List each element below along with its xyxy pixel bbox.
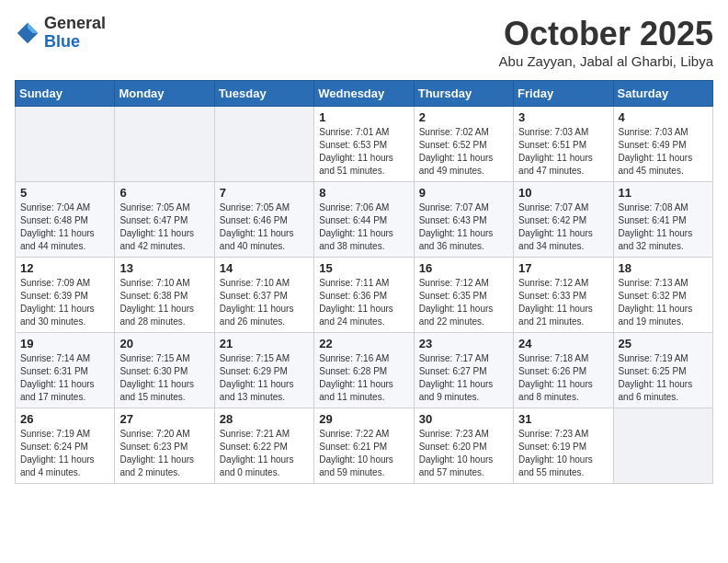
calendar-day-cell: 10Sunrise: 7:07 AM Sunset: 6:42 PM Dayli… [514, 182, 613, 258]
weekday-header-thursday: Thursday [414, 81, 513, 107]
calendar-day-cell: 3Sunrise: 7:03 AM Sunset: 6:51 PM Daylig… [514, 107, 613, 182]
calendar-day-cell: 4Sunrise: 7:03 AM Sunset: 6:49 PM Daylig… [613, 107, 712, 182]
calendar-day-cell: 22Sunrise: 7:16 AM Sunset: 6:28 PM Dayli… [314, 333, 414, 408]
calendar-day-cell: 19Sunrise: 7:14 AM Sunset: 6:31 PM Dayli… [16, 333, 115, 408]
day-number: 29 [319, 412, 408, 426]
logo-blue-text: Blue [44, 33, 106, 52]
month-title: October 2025 [499, 15, 713, 53]
day-number: 18 [619, 261, 708, 275]
calendar-week-row: 1Sunrise: 7:01 AM Sunset: 6:53 PM Daylig… [16, 107, 713, 182]
calendar-week-row: 26Sunrise: 7:19 AM Sunset: 6:24 PM Dayli… [16, 408, 713, 484]
day-number: 10 [518, 186, 608, 200]
day-number: 3 [518, 110, 608, 124]
day-info: Sunrise: 7:17 AM Sunset: 6:27 PM Dayligh… [419, 352, 508, 404]
calendar-day-cell: 16Sunrise: 7:12 AM Sunset: 6:35 PM Dayli… [414, 258, 513, 333]
calendar-day-cell: 17Sunrise: 7:12 AM Sunset: 6:33 PM Dayli… [514, 258, 613, 333]
location-title: Abu Zayyan, Jabal al Gharbi, Libya [499, 53, 713, 69]
calendar-day-cell: 30Sunrise: 7:23 AM Sunset: 6:20 PM Dayli… [414, 408, 513, 484]
day-info: Sunrise: 7:23 AM Sunset: 6:20 PM Dayligh… [419, 428, 508, 479]
calendar-week-row: 12Sunrise: 7:09 AM Sunset: 6:39 PM Dayli… [16, 258, 713, 333]
day-number: 25 [619, 337, 708, 350]
day-info: Sunrise: 7:19 AM Sunset: 6:25 PM Dayligh… [619, 352, 708, 404]
day-info: Sunrise: 7:12 AM Sunset: 6:35 PM Dayligh… [419, 277, 508, 328]
day-number: 27 [119, 412, 209, 426]
day-number: 9 [419, 186, 508, 200]
day-number: 30 [419, 412, 508, 426]
day-number: 1 [319, 110, 408, 124]
calendar-day-cell: 21Sunrise: 7:15 AM Sunset: 6:29 PM Dayli… [214, 333, 313, 408]
day-info: Sunrise: 7:03 AM Sunset: 6:49 PM Dayligh… [619, 126, 708, 178]
day-number: 24 [518, 337, 608, 350]
weekday-header-monday: Monday [115, 81, 214, 107]
day-number: 22 [319, 337, 408, 350]
day-info: Sunrise: 7:04 AM Sunset: 6:48 PM Dayligh… [20, 201, 109, 253]
calendar-empty-cell [115, 107, 214, 182]
day-number: 21 [220, 337, 309, 350]
day-number: 8 [319, 186, 408, 200]
day-info: Sunrise: 7:20 AM Sunset: 6:23 PM Dayligh… [119, 428, 209, 479]
calendar-table: SundayMondayTuesdayWednesdayThursdayFrid… [15, 80, 713, 484]
calendar-day-cell: 11Sunrise: 7:08 AM Sunset: 6:41 PM Dayli… [613, 182, 712, 258]
day-number: 11 [619, 186, 708, 200]
logo: General Blue [15, 15, 106, 52]
day-info: Sunrise: 7:14 AM Sunset: 6:31 PM Dayligh… [20, 352, 109, 404]
weekday-header-tuesday: Tuesday [214, 81, 313, 107]
day-info: Sunrise: 7:07 AM Sunset: 6:43 PM Dayligh… [419, 201, 508, 253]
weekday-header-wednesday: Wednesday [314, 81, 414, 107]
day-number: 12 [20, 261, 109, 275]
calendar-day-cell: 26Sunrise: 7:19 AM Sunset: 6:24 PM Dayli… [16, 408, 115, 484]
weekday-header-saturday: Saturday [613, 81, 712, 107]
calendar-day-cell: 29Sunrise: 7:22 AM Sunset: 6:21 PM Dayli… [314, 408, 414, 484]
calendar-empty-cell [214, 107, 313, 182]
logo-general-text: General [44, 15, 106, 33]
calendar-day-cell: 12Sunrise: 7:09 AM Sunset: 6:39 PM Dayli… [16, 258, 115, 333]
day-info: Sunrise: 7:02 AM Sunset: 6:52 PM Dayligh… [419, 126, 508, 178]
calendar-day-cell: 24Sunrise: 7:18 AM Sunset: 6:26 PM Dayli… [514, 333, 613, 408]
day-info: Sunrise: 7:15 AM Sunset: 6:29 PM Dayligh… [220, 352, 309, 404]
day-info: Sunrise: 7:22 AM Sunset: 6:21 PM Dayligh… [319, 428, 408, 479]
day-info: Sunrise: 7:23 AM Sunset: 6:19 PM Dayligh… [518, 428, 608, 479]
day-info: Sunrise: 7:08 AM Sunset: 6:41 PM Dayligh… [619, 201, 708, 253]
calendar-day-cell: 1Sunrise: 7:01 AM Sunset: 6:53 PM Daylig… [314, 107, 414, 182]
day-number: 2 [419, 110, 508, 124]
weekday-header-sunday: Sunday [16, 81, 115, 107]
day-info: Sunrise: 7:11 AM Sunset: 6:36 PM Dayligh… [319, 277, 408, 328]
day-info: Sunrise: 7:07 AM Sunset: 6:42 PM Dayligh… [518, 201, 608, 253]
calendar-week-row: 5Sunrise: 7:04 AM Sunset: 6:48 PM Daylig… [16, 182, 713, 258]
weekday-header-friday: Friday [514, 81, 613, 107]
day-number: 14 [220, 261, 309, 275]
logo-text: General Blue [44, 15, 106, 52]
page-header: General Blue October 2025 Abu Zayyan, Ja… [15, 15, 713, 69]
calendar-day-cell: 27Sunrise: 7:20 AM Sunset: 6:23 PM Dayli… [115, 408, 214, 484]
day-number: 23 [419, 337, 508, 350]
logo-icon [15, 20, 40, 46]
calendar-empty-cell [16, 107, 115, 182]
day-info: Sunrise: 7:12 AM Sunset: 6:33 PM Dayligh… [518, 277, 608, 328]
day-info: Sunrise: 7:18 AM Sunset: 6:26 PM Dayligh… [518, 352, 608, 404]
day-info: Sunrise: 7:16 AM Sunset: 6:28 PM Dayligh… [319, 352, 408, 404]
calendar-day-cell: 28Sunrise: 7:21 AM Sunset: 6:22 PM Dayli… [214, 408, 313, 484]
day-number: 13 [119, 261, 209, 275]
calendar-day-cell: 23Sunrise: 7:17 AM Sunset: 6:27 PM Dayli… [414, 333, 513, 408]
day-info: Sunrise: 7:15 AM Sunset: 6:30 PM Dayligh… [119, 352, 209, 404]
day-info: Sunrise: 7:21 AM Sunset: 6:22 PM Dayligh… [220, 428, 309, 479]
day-number: 4 [619, 110, 708, 124]
day-number: 19 [20, 337, 109, 350]
day-number: 6 [119, 186, 209, 200]
day-info: Sunrise: 7:13 AM Sunset: 6:32 PM Dayligh… [619, 277, 708, 328]
calendar-day-cell: 25Sunrise: 7:19 AM Sunset: 6:25 PM Dayli… [613, 333, 712, 408]
calendar-day-cell: 8Sunrise: 7:06 AM Sunset: 6:44 PM Daylig… [314, 182, 414, 258]
day-info: Sunrise: 7:09 AM Sunset: 6:39 PM Dayligh… [20, 277, 109, 328]
calendar-day-cell: 31Sunrise: 7:23 AM Sunset: 6:19 PM Dayli… [514, 408, 613, 484]
day-number: 16 [419, 261, 508, 275]
calendar-day-cell: 20Sunrise: 7:15 AM Sunset: 6:30 PM Dayli… [115, 333, 214, 408]
calendar-day-cell: 14Sunrise: 7:10 AM Sunset: 6:37 PM Dayli… [214, 258, 313, 333]
day-info: Sunrise: 7:06 AM Sunset: 6:44 PM Dayligh… [319, 201, 408, 253]
day-number: 20 [119, 337, 209, 350]
calendar-day-cell: 15Sunrise: 7:11 AM Sunset: 6:36 PM Dayli… [314, 258, 414, 333]
calendar-day-cell: 6Sunrise: 7:05 AM Sunset: 6:47 PM Daylig… [115, 182, 214, 258]
calendar-day-cell: 2Sunrise: 7:02 AM Sunset: 6:52 PM Daylig… [414, 107, 513, 182]
day-info: Sunrise: 7:05 AM Sunset: 6:46 PM Dayligh… [220, 201, 309, 253]
day-number: 17 [518, 261, 608, 275]
calendar-header-row: SundayMondayTuesdayWednesdayThursdayFrid… [16, 81, 713, 107]
